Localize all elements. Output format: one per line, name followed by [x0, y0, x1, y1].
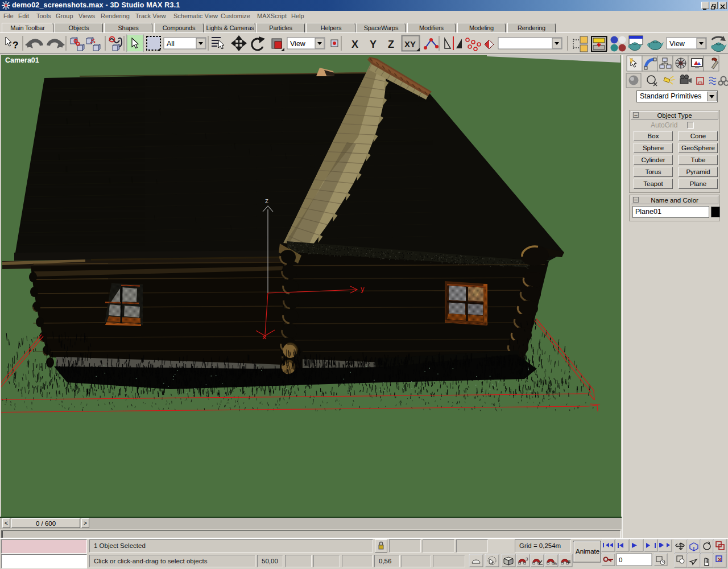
svg-text:Z: Z [388, 39, 394, 50]
svg-text:XY: XY [404, 39, 416, 49]
svg-text:?: ? [13, 40, 18, 51]
svg-text:View: View [290, 40, 306, 48]
svg-text:View: View [669, 40, 685, 48]
svg-text:Y: Y [370, 39, 377, 50]
svg-text:y: y [361, 284, 365, 293]
svg-text:Animate: Animate [576, 548, 599, 555]
svg-text:3: 3 [526, 556, 528, 562]
svg-text:Camera01: Camera01 [5, 56, 39, 64]
svg-text:%: % [553, 561, 557, 566]
svg-text:All: All [167, 40, 175, 48]
svg-text:z: z [265, 197, 268, 205]
svg-text:0: 0 [619, 556, 622, 563]
svg-text:X: X [351, 39, 358, 50]
